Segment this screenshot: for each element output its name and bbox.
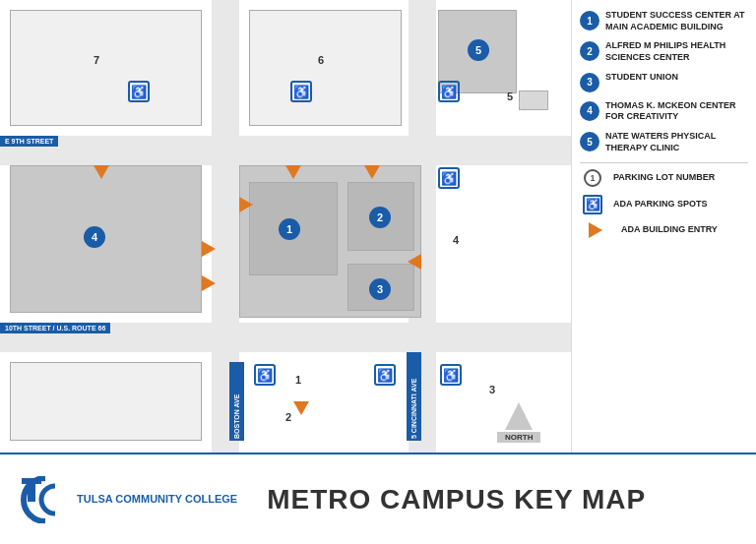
- bldg-4-block: [10, 165, 202, 313]
- entry-arrow-main-l: [239, 197, 253, 212]
- ada-lot4: ♿: [438, 167, 460, 189]
- parking-num-symbol: 1: [580, 169, 605, 187]
- north-label: NORTH: [497, 432, 540, 443]
- tcc-name: TULSA COMMUNITY COLLEGE: [77, 492, 237, 507]
- legend-text-2: ALFRED M PHILIPS HEALTH SCIENCES CENTER: [605, 40, 748, 63]
- bldg-2-num: 2: [369, 207, 391, 228]
- ada-bot2: ♿: [374, 364, 396, 386]
- parking-num-icon: 1: [584, 169, 601, 187]
- ada-bot3: ♿: [440, 364, 462, 386]
- tcc-logo-icon: [20, 476, 67, 523]
- legend-text-3: STUDENT UNION: [605, 72, 678, 84]
- ada-box-tr: [519, 91, 548, 110]
- legend-item-4: 4 THOMAS K. MCKEON CENTER FOR CREATIVITY: [580, 100, 748, 123]
- legend-item-2: 2 ALFRED M PHILIPS HEALTH SCIENCES CENTE…: [580, 40, 748, 63]
- entry-arrow-main-t2: [364, 165, 380, 179]
- north-triangle: [505, 402, 533, 430]
- ada-lot6: ♿: [290, 81, 312, 102]
- tcc-logo: TULSA COMMUNITY COLLEGE: [20, 476, 237, 523]
- boston-ave-label: BOSTON AVE: [229, 362, 244, 441]
- cincinnati-ave-label: 5 CINCINNATI AVE: [407, 352, 421, 441]
- entry-arrow-4b: [202, 275, 216, 291]
- legend-text-4: THOMAS K. MCKEON CENTER FOR CREATIVITY: [605, 100, 748, 123]
- lot-7-num: 7: [94, 54, 99, 66]
- ada-parking-icon: ♿: [583, 195, 602, 214]
- legend-num-2: 2: [580, 41, 599, 61]
- entry-arrow-main-t: [285, 165, 301, 179]
- bldg-4-num: 4: [84, 226, 105, 248]
- legend-ada-entry: ADA BUILDING ENTRY: [580, 222, 748, 238]
- lot-6: [249, 10, 402, 126]
- legend-num-4: 4: [580, 101, 599, 121]
- entry-arrow-4c: [94, 165, 109, 179]
- legend-num-1: 1: [580, 11, 599, 30]
- lot-4-num: 4: [453, 234, 459, 246]
- lot-bottom-left: [10, 362, 202, 441]
- street-e9-label: E 9TH STREET: [0, 136, 58, 147]
- legend-parking-num: 1 PARKING LOT NUMBER: [580, 169, 748, 187]
- ada-lot7: ♿: [128, 81, 150, 102]
- map-title: METRO CAMPUS KEY MAP: [267, 484, 646, 515]
- legend-item-1: 1 STUDENT SUCCESS CENTER AT MAIN ACADEMI…: [580, 10, 748, 32]
- legend-item-5: 5 NATE WATERS PHYSICAL THERAPY CLINIC: [580, 131, 748, 153]
- lot-1-bot: 1: [295, 374, 301, 386]
- parking-num-label: PARKING LOT NUMBER: [613, 172, 715, 184]
- ada-entry-label: ADA BUILDING ENTRY: [621, 224, 718, 236]
- ada-parking-label: ADA PARKING SPOTS: [613, 199, 708, 211]
- legend-text-5: NATE WATERS PHYSICAL THERAPY CLINIC: [605, 131, 748, 153]
- ada-entry-symbol: [580, 222, 605, 238]
- footer: TULSA COMMUNITY COLLEGE METRO CAMPUS KEY…: [0, 453, 756, 544]
- ada-bot1: ♿: [254, 364, 276, 386]
- ada-parking-symbol: ♿: [580, 195, 605, 214]
- lot-3-bot: 3: [489, 384, 495, 395]
- entry-arrow-4a: [202, 241, 216, 257]
- bldg-3-num: 3: [369, 278, 391, 300]
- north-indicator: NORTH: [497, 402, 540, 443]
- legend-item-3: 3 STUDENT UNION: [580, 72, 748, 92]
- entry-arrow-main-r: [408, 254, 421, 270]
- entry-arrow-bot: [293, 401, 309, 415]
- legend-divider: [580, 162, 748, 163]
- lot-7: [10, 10, 202, 126]
- legend-ada-parking: ♿ ADA PARKING SPOTS: [580, 195, 748, 214]
- lot-6-num: 6: [318, 54, 324, 66]
- lot-5-num: 5: [507, 91, 513, 102]
- bldg-1-num: 1: [279, 218, 300, 240]
- legend-text-1: STUDENT SUCCESS CENTER AT MAIN ACADEMIC …: [605, 10, 748, 32]
- bldg-5-num: 5: [468, 39, 489, 61]
- street-10-label: 10TH STREET / U.S. ROUTE 66: [0, 323, 110, 333]
- street-e9: [0, 136, 571, 165]
- ada-entry-icon: [589, 222, 602, 238]
- ada-bldg5: ♿: [438, 81, 460, 102]
- map-area: E 9TH STREET 10TH STREET / U.S. ROUTE 66…: [0, 0, 571, 453]
- legend-panel: 1 STUDENT SUCCESS CENTER AT MAIN ACADEMI…: [571, 0, 756, 453]
- legend-num-3: 3: [580, 73, 599, 92]
- lot-2-bot: 2: [285, 411, 291, 423]
- legend-num-5: 5: [580, 132, 599, 151]
